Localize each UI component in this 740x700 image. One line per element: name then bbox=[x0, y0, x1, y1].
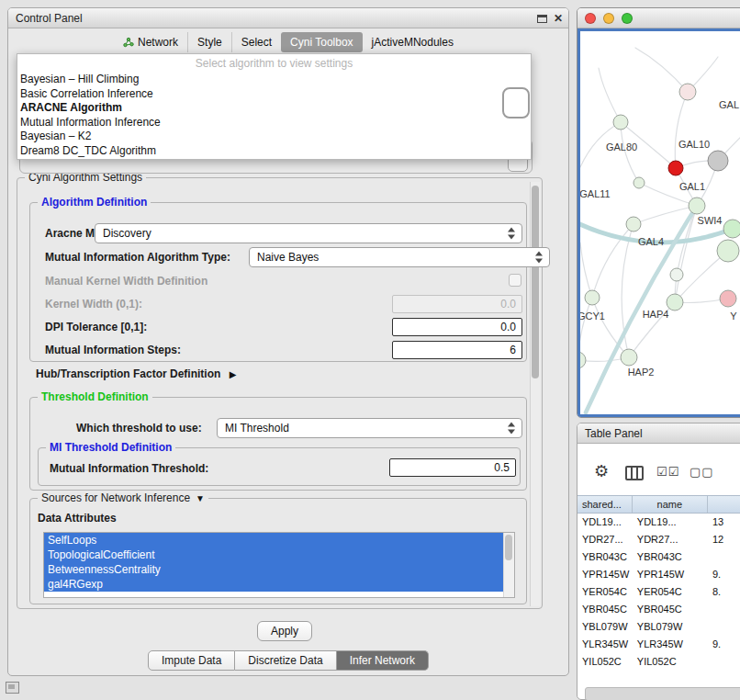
table-cell bbox=[708, 618, 740, 636]
table-cell: YIL052C bbox=[577, 653, 633, 671]
algorithm-item[interactable]: Dream8 DC_TDC Algorithm bbox=[17, 144, 531, 159]
apply-button[interactable]: Apply bbox=[257, 621, 312, 641]
expand-right-icon[interactable]: ▶ bbox=[230, 369, 237, 379]
table-cell: YLR345W bbox=[577, 636, 633, 653]
network-edge bbox=[621, 122, 639, 183]
table-row[interactable]: YLR345WYLR345W9. bbox=[577, 636, 740, 653]
mi-threshold-field[interactable] bbox=[389, 458, 516, 477]
dpi-tolerance-field[interactable] bbox=[392, 318, 522, 336]
threshold-definition-title: Threshold Definition bbox=[38, 390, 152, 403]
attribute-item[interactable]: TopologicalCoefficient bbox=[44, 548, 503, 562]
mi-steps-field[interactable] bbox=[392, 341, 522, 359]
network-node[interactable] bbox=[668, 161, 683, 175]
network-node[interactable] bbox=[717, 240, 739, 262]
algorithm-item[interactable]: Basic Correlation Inference bbox=[17, 87, 531, 102]
table-row[interactable]: YER054CYER054C8. bbox=[577, 583, 740, 601]
sources-title-text: Sources for Network Inference bbox=[41, 491, 190, 504]
bottom-tab-discretize-data[interactable]: Discretize Data bbox=[235, 650, 336, 671]
network-node[interactable] bbox=[626, 217, 641, 231]
table-row[interactable]: YBL079WYBL079W bbox=[577, 618, 740, 636]
mac-minimize-button[interactable] bbox=[603, 13, 614, 24]
table-column-header[interactable]: shared... bbox=[577, 496, 633, 513]
algorithm-item[interactable]: Mutual Information Inference bbox=[17, 116, 531, 130]
table-cell: YPR145W bbox=[577, 566, 633, 583]
table-row[interactable]: YPR145WYPR145W9. bbox=[577, 566, 740, 583]
table-cell: YDR27... bbox=[633, 531, 708, 548]
attribute-item[interactable]: SelfLoops bbox=[44, 533, 503, 548]
table-row[interactable]: YDL19...YDL19...13 bbox=[577, 514, 740, 531]
tab-network[interactable]: Network bbox=[114, 32, 187, 52]
select-unchecked-icon[interactable]: ▢▢ bbox=[690, 465, 714, 479]
algorithm-item[interactable]: Bayesian – K2 bbox=[17, 130, 531, 144]
network-node[interactable] bbox=[580, 352, 586, 368]
panel-tab-bar: NetworkStyleSelectCyni ToolboxjActiveMNo… bbox=[8, 28, 568, 56]
float-window-icon[interactable] bbox=[537, 15, 547, 23]
algorithm-definition-title: Algorithm Definition bbox=[38, 196, 151, 209]
kernel-width-field[interactable] bbox=[392, 295, 522, 313]
attr-list-scrollbar-thumb[interactable] bbox=[505, 535, 512, 560]
attr-items: SelfLoopsTopologicalCoefficientBetweenne… bbox=[44, 533, 514, 592]
bottom-tab-infer-network[interactable]: Infer Network bbox=[337, 650, 429, 671]
algorithm-popup-header: Select algorithm to view settings bbox=[17, 54, 531, 73]
table-cell: 9. bbox=[708, 636, 740, 653]
column-layout-icon[interactable] bbox=[625, 466, 644, 480]
tab-style[interactable]: Style bbox=[187, 32, 231, 52]
mi-type-select[interactable]: Naive Bayes bbox=[249, 247, 550, 267]
settings-gear-icon[interactable]: ⚙ bbox=[594, 461, 609, 481]
network-node[interactable] bbox=[720, 290, 736, 307]
node-label: HAP4 bbox=[643, 309, 669, 320]
mac-close-button[interactable] bbox=[585, 13, 596, 24]
network-node[interactable] bbox=[585, 290, 600, 305]
network-node[interactable] bbox=[689, 198, 705, 214]
sources-group-title: Sources for Network Inference▼ bbox=[38, 491, 208, 504]
settings-scrollbar[interactable] bbox=[530, 182, 540, 606]
table-cell: YIL052C bbox=[633, 653, 708, 671]
mac-zoom-button[interactable] bbox=[622, 13, 633, 24]
attribute-item[interactable]: BetweennessCentrality bbox=[44, 562, 503, 577]
table-cell: 13 bbox=[708, 514, 740, 531]
data-attributes-list[interactable]: SelfLoopsTopologicalCoefficientBetweenne… bbox=[43, 532, 515, 598]
algorithm-item[interactable]: Bayesian – Hill Climbing bbox=[17, 73, 531, 87]
table-column-header[interactable] bbox=[708, 496, 740, 513]
network-graph: GAL80GAL10GAL11GAL1SWI4GAL4GCY1HAP4HAP2Y… bbox=[580, 31, 740, 414]
expand-down-icon[interactable]: ▼ bbox=[196, 493, 205, 503]
attr-list-scrollbar[interactable] bbox=[503, 533, 514, 597]
aracne-mode-select[interactable]: Discovery bbox=[95, 223, 522, 243]
which-threshold-select[interactable]: MI Threshold bbox=[217, 418, 522, 438]
table-row[interactable]: YBR043CYBR043C bbox=[577, 548, 740, 566]
table-row[interactable]: YBR045CYBR045C bbox=[577, 601, 740, 618]
table-row[interactable]: YIL052CYIL052C bbox=[577, 653, 740, 671]
bottom-tab-impute-data[interactable]: Impute Data bbox=[148, 650, 235, 671]
table-cell: YLR345W bbox=[633, 636, 708, 653]
tab-cyni-toolbox[interactable]: Cyni Toolbox bbox=[281, 32, 362, 52]
attribute-item[interactable]: gal4RGexp bbox=[44, 577, 503, 592]
select-checked-icon[interactable]: ☑☑ bbox=[656, 465, 679, 479]
table-header-row: shared...name bbox=[577, 495, 740, 514]
network-node[interactable] bbox=[621, 349, 637, 366]
node-label: HAP2 bbox=[628, 367, 655, 378]
network-node[interactable] bbox=[667, 294, 683, 310]
network-node[interactable] bbox=[633, 177, 645, 188]
algorithm-item[interactable]: ARACNE Algorithm bbox=[17, 101, 531, 116]
table-row[interactable]: YDR27...YDR27...12 bbox=[577, 531, 740, 548]
node-label: SWI4 bbox=[698, 215, 723, 226]
network-node[interactable] bbox=[723, 220, 740, 238]
algorithm-list: Bayesian – Hill ClimbingBasic Correlatio… bbox=[17, 73, 531, 159]
table-column-header[interactable]: name bbox=[633, 496, 708, 513]
combo-arrows-icon bbox=[508, 228, 516, 240]
settings-scrollbar-thumb[interactable] bbox=[532, 186, 539, 378]
dock-panel-icon[interactable] bbox=[6, 682, 19, 694]
tab-jactivemnodules[interactable]: jActiveMNodules bbox=[363, 32, 463, 52]
network-node[interactable] bbox=[613, 115, 628, 130]
network-node[interactable] bbox=[708, 151, 728, 171]
close-icon[interactable]: ✕ bbox=[554, 13, 563, 24]
bottom-tab-bar: Impute DataDiscretize DataInfer Network bbox=[8, 650, 568, 671]
table-cell: YBL079W bbox=[633, 618, 708, 636]
network-node[interactable] bbox=[679, 84, 696, 100]
tab-label: Select bbox=[241, 36, 272, 49]
network-node[interactable] bbox=[670, 268, 683, 281]
hub-definition-row[interactable]: Hub/Transcription Factor Definition ▶ bbox=[36, 367, 236, 380]
manual-kernel-checkbox[interactable] bbox=[509, 274, 521, 287]
tab-select[interactable]: Select bbox=[231, 32, 281, 52]
network-canvas[interactable]: GAL80GAL10GAL11GAL1SWI4GAL4GCY1HAP4HAP2Y… bbox=[580, 31, 740, 414]
